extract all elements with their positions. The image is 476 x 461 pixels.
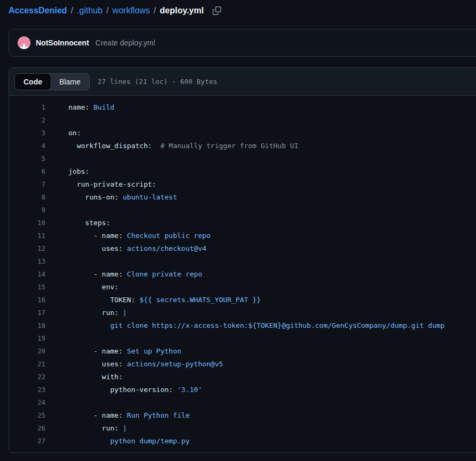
code-token [68, 437, 110, 445]
code-line: 13 [9, 255, 476, 268]
tab-code[interactable]: Code [14, 73, 51, 90]
code-token: - name: [68, 232, 127, 240]
line-number[interactable]: 10 [9, 217, 45, 229]
line-number[interactable]: 12 [9, 242, 45, 255]
line-number[interactable]: 25 [9, 409, 45, 422]
code-token: actions/checkout@v4 [127, 244, 207, 252]
code-token: runs-on: [68, 193, 123, 201]
code-token: Set up Python [127, 347, 182, 355]
code-token: # Manually trigger from GitHub UI [160, 142, 298, 150]
code-line: 9 [9, 204, 476, 217]
code-token: ubuntu-latest [123, 193, 177, 201]
code-token: - name: [68, 347, 127, 355]
code-line: 24 [9, 396, 476, 409]
line-number[interactable]: 6 [9, 165, 45, 178]
code-line-text: on: [45, 127, 81, 140]
code-blame-switcher: Code Blame [14, 73, 90, 90]
avatar[interactable] [18, 36, 30, 49]
code-line: 23 python-version: '3.10' [9, 383, 476, 396]
line-number[interactable]: 14 [9, 268, 45, 281]
line-number[interactable]: 26 [9, 422, 45, 435]
code-line: 3on: [9, 127, 476, 140]
code-line-text: python-version: '3.10' [45, 383, 202, 396]
code-line-text: uses: actions/setup-python@v5 [45, 358, 223, 371]
code-token: python dump/temp.py [110, 437, 190, 445]
line-number[interactable]: 3 [9, 127, 45, 140]
code-line-text: uses: actions/checkout@v4 [45, 242, 206, 255]
breadcrumb-dir-workflows[interactable]: workflows [112, 6, 150, 16]
code-line: 19 [9, 332, 476, 345]
code-line: 21 uses: actions/setup-python@v5 [9, 358, 476, 371]
line-number[interactable]: 2 [9, 114, 45, 127]
line-number[interactable]: 13 [9, 255, 45, 268]
tab-blame[interactable]: Blame [51, 74, 89, 90]
code-line: 25 - name: Run Python file [9, 409, 476, 422]
code-line-text: run: | [45, 306, 127, 319]
code-line-text [45, 332, 68, 345]
code-line-text [45, 204, 68, 217]
code-token: with: [68, 373, 123, 381]
code-line-text: - name: Run Python file [45, 409, 190, 422]
code-token: | [123, 309, 127, 317]
code-line-text: - name: Checkout public repo [45, 229, 210, 242]
code-line: 8 runs-on: ubuntu-latest [9, 191, 476, 204]
line-number[interactable]: 9 [9, 204, 45, 217]
breadcrumb-separator: / [71, 6, 73, 16]
code-token: actions/setup-python@v5 [127, 360, 223, 368]
breadcrumb-separator: / [106, 6, 108, 16]
code-token: - name: [68, 270, 127, 278]
line-number[interactable]: 20 [9, 345, 45, 358]
code-token: | [123, 424, 127, 432]
code-line-text: workflow_dispatch: # Manually trigger fr… [45, 140, 298, 152]
code-line-text: name: Build [45, 101, 114, 114]
code-token: run: [68, 309, 123, 317]
commit-author-link[interactable]: NotSoInnocent [36, 39, 89, 47]
breadcrumb-separator: / [154, 6, 156, 16]
line-number[interactable]: 1 [9, 101, 45, 114]
code-token: Checkout public repo [127, 232, 211, 240]
file-stats: 27 lines (21 loc) · 600 Bytes [98, 78, 217, 86]
code-token: steps: [68, 219, 110, 227]
line-number[interactable]: 21 [9, 358, 45, 371]
line-number[interactable]: 16 [9, 294, 45, 306]
line-number[interactable]: 19 [9, 332, 45, 345]
line-number[interactable]: 23 [9, 383, 45, 396]
breadcrumb-dir-github[interactable]: .github [77, 6, 103, 16]
file-header: Code Blame 27 lines (21 loc) · 600 Bytes [9, 68, 476, 96]
code-token: git clone https://x-access-token:${TOKEN… [110, 321, 444, 329]
code-line-text: - name: Set up Python [45, 345, 181, 358]
line-number[interactable]: 24 [9, 396, 45, 409]
code-token: workflow_dispatch: [68, 142, 160, 150]
code-line: 17 run: | [9, 306, 476, 319]
breadcrumb-repo-link[interactable]: AccessDenied [9, 6, 67, 16]
code-line-text [45, 396, 68, 409]
code-line-text: run: | [45, 422, 127, 435]
line-number[interactable]: 11 [9, 229, 45, 242]
code-token: Run Python file [127, 411, 190, 419]
code-token: - name: [68, 411, 127, 419]
code-line: 5 [9, 152, 476, 165]
code-token [68, 321, 110, 329]
line-number[interactable]: 15 [9, 281, 45, 294]
file-content-card: Code Blame 27 lines (21 loc) · 600 Bytes… [9, 67, 476, 453]
line-number[interactable]: 5 [9, 152, 45, 165]
line-number[interactable]: 27 [9, 435, 45, 448]
code-token: run: [68, 424, 123, 432]
code-token: '3.10' [177, 386, 202, 394]
line-number[interactable]: 8 [9, 191, 45, 204]
code-line-text: git clone https://x-access-token:${TOKEN… [45, 319, 444, 332]
code-token: Build [93, 103, 114, 111]
code-line-text: with: [45, 371, 123, 383]
line-number[interactable]: 7 [9, 178, 45, 191]
line-number[interactable]: 22 [9, 371, 45, 383]
code-token: TOKEN: [68, 296, 139, 304]
code-line: 18 git clone https://x-access-token:${TO… [9, 319, 476, 332]
line-number[interactable]: 17 [9, 306, 45, 319]
code-line-text: steps: [45, 217, 110, 229]
copy-path-icon[interactable] [212, 5, 222, 16]
line-number[interactable]: 4 [9, 140, 45, 152]
code-line-text: run-private-script: [45, 178, 156, 191]
code-line-text [45, 152, 68, 165]
line-number[interactable]: 18 [9, 319, 45, 332]
code-token: name: [68, 103, 93, 111]
